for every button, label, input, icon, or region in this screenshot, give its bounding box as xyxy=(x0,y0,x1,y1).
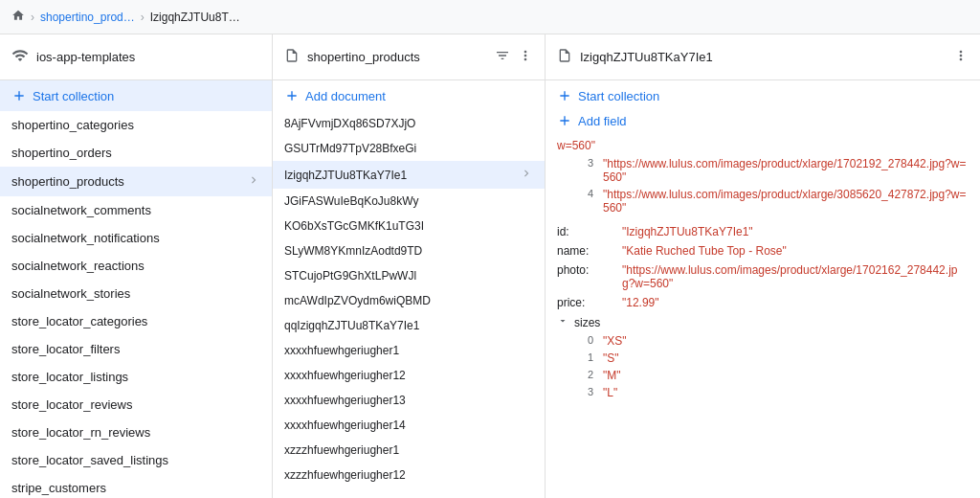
middle-panel-title-text: shopertino_products xyxy=(307,50,420,64)
field-key-price: price: xyxy=(557,296,614,309)
field-panel: w=560" 3 "https://www.lulus.com/images/p… xyxy=(546,132,980,498)
list-item[interactable]: socialnetwork_reactions xyxy=(0,252,272,280)
doc-item[interactable]: STCujoPtG9GhXtLPwWJl xyxy=(273,263,545,288)
list-item[interactable]: socialnetwork_notifications xyxy=(0,224,272,252)
left-panel: ios-app-templates Start collection shope… xyxy=(0,34,273,498)
add-document-button[interactable]: Add document xyxy=(273,80,545,111)
field-key-id: id: xyxy=(557,225,614,238)
doc-item[interactable]: KO6bXsTGcGMKfK1uTG3I xyxy=(273,214,545,238)
field-value-photo: "https://www.lulus.com/images/product/xl… xyxy=(622,263,969,290)
size-value-0: "XS" xyxy=(603,334,627,348)
breadcrumb-shopertino[interactable]: shopertino_prod… xyxy=(40,11,135,24)
size-index-2: 2 xyxy=(576,369,593,380)
doc-item[interactable]: xxxxhfuewhgeriugher13 xyxy=(273,388,545,413)
array-value-3: "https://www.lulus.com/images/product/xl… xyxy=(603,157,969,184)
list-item[interactable]: store_locator_saved_listings xyxy=(0,446,272,474)
field-value-name: "Katie Ruched Tube Top - Rose" xyxy=(622,244,787,258)
doc-item[interactable]: GSUTrMd97TpV28BfxeGi xyxy=(273,136,545,161)
w560-value: w=560" xyxy=(557,139,595,152)
doc-item[interactable]: SLyWM8YKmnIzAodtd9TD xyxy=(273,238,545,263)
array-item-3: 3 "https://www.lulus.com/images/product/… xyxy=(546,155,980,186)
list-item-store-locator-reviews[interactable]: store_locator_reviews xyxy=(0,391,272,419)
middle-panel-header: shopertino_products xyxy=(273,34,545,80)
doc-item[interactable]: xzzzhfuewhgeriugher1 xyxy=(273,438,545,463)
chevron-right-icon xyxy=(247,173,260,190)
document-icon xyxy=(284,48,300,66)
breadcrumb-bar: › shopertino_prod… › IzigqhZJTUu8T… xyxy=(0,0,980,34)
size-item-3: 3 "L" xyxy=(546,384,980,401)
array-index-3: 3 xyxy=(576,157,593,169)
array-index-4: 4 xyxy=(576,188,593,199)
list-item[interactable]: store_locator_rn_reviews xyxy=(0,419,272,446)
list-item[interactable]: store_locator_categories xyxy=(0,307,272,335)
size-item-0: 0 "XS" xyxy=(546,332,980,350)
field-row-id: id: "IzigqhZJTUu8TKaY7Ie1" xyxy=(546,222,980,241)
right-panel-header: IzigqhZJTUu8TKaY7Ie1 xyxy=(546,34,980,80)
doc-item[interactable]: qqIzigqhZJTUu8TKaY7Ie1 xyxy=(273,313,545,338)
left-panel-title-text: ios-app-templates xyxy=(36,50,135,64)
field-key-name: name: xyxy=(557,244,614,258)
list-item[interactable]: shopertino_orders xyxy=(0,139,272,167)
left-panel-title: ios-app-templates xyxy=(11,47,135,67)
doc-item[interactable]: xxxxhfuewhgeriugher14 xyxy=(273,413,545,438)
start-collection-button[interactable]: Start collection xyxy=(0,80,272,111)
field-row-price: price: "12.99" xyxy=(546,293,980,312)
right-panel-more xyxy=(953,48,969,66)
collapse-icon[interactable] xyxy=(557,315,568,329)
size-value-3: "L" xyxy=(603,386,617,399)
list-item[interactable]: socialnetwork_stories xyxy=(0,280,272,307)
right-start-collection-button[interactable]: Start collection xyxy=(546,80,980,111)
middle-panel-icons xyxy=(495,48,533,66)
field-value-price: "12.99" xyxy=(622,296,659,309)
size-index-1: 1 xyxy=(576,351,593,363)
list-item-shopertino-products[interactable]: shopertino_products xyxy=(0,167,272,196)
middle-panel: shopertino_products Add document 8AjFVvm… xyxy=(273,34,546,498)
middle-panel-title: shopertino_products xyxy=(284,48,420,66)
collection-icon xyxy=(11,47,29,67)
doc-item-selected[interactable]: IzigqhZJTUu8TKaY7Ie1 xyxy=(273,161,545,189)
chevron-right-icon xyxy=(520,167,533,183)
field-row-photo: photo: "https://www.lulus.com/images/pro… xyxy=(546,260,980,293)
right-more-icon[interactable] xyxy=(953,48,969,66)
home-icon[interactable] xyxy=(11,9,25,25)
doc-item[interactable]: JGiFASWuIeBqKoJu8kWy xyxy=(273,189,545,214)
breadcrumb-sep-2: › xyxy=(141,11,145,24)
doc-item[interactable]: xxxxhfuewhgeriugher1 xyxy=(273,338,545,363)
list-item[interactable]: shopertino_categories xyxy=(0,111,272,139)
breadcrumb-sep-1: › xyxy=(31,11,34,24)
doc-item[interactable]: 8AjFVvmjDXq86SD7XJjO xyxy=(273,111,545,136)
size-index-3: 3 xyxy=(576,386,593,397)
sizes-section-header: sizes xyxy=(546,312,980,332)
list-item[interactable]: stripe_customers xyxy=(0,474,272,498)
array-value-4: "https://www.lulus.com/images/product/xl… xyxy=(603,188,969,215)
main-layout: ios-app-templates Start collection shope… xyxy=(0,34,980,498)
list-item[interactable]: store_locator_filters xyxy=(0,335,272,363)
list-item[interactable]: store_locator_listings xyxy=(0,363,272,391)
more-icon[interactable] xyxy=(518,48,533,66)
right-panel: IzigqhZJTUu8TKaY7Ie1 Start collection Ad… xyxy=(546,34,980,498)
size-value-2: "M" xyxy=(603,369,621,382)
breadcrumb-current: IzigqhZJTUu8T… xyxy=(150,11,240,24)
list-item[interactable]: socialnetwork_comments xyxy=(0,196,272,224)
middle-panel-list: 8AjFVvmjDXq86SD7XJjO GSUTrMd97TpV28BfxeG… xyxy=(273,111,545,498)
right-panel-title-text: IzigqhZJTUu8TKaY7Ie1 xyxy=(580,50,713,64)
size-index-0: 0 xyxy=(576,334,593,346)
left-panel-list: shopertino_categories shopertino_orders … xyxy=(0,111,272,498)
size-item-1: 1 "S" xyxy=(546,350,980,367)
size-value-1: "S" xyxy=(603,351,619,365)
field-row-name: name: "Katie Ruched Tube Top - Rose" xyxy=(546,241,980,260)
doc-item[interactable]: xxxxhfuewhgeriugher12 xyxy=(273,363,545,388)
left-panel-header: ios-app-templates xyxy=(0,34,272,80)
sizes-label: sizes xyxy=(574,316,600,329)
array-item-4: 4 "https://www.lulus.com/images/product/… xyxy=(546,186,980,216)
doc-item[interactable]: mcAWdIpZVOydm6wiQBMD xyxy=(273,288,545,313)
right-panel-title: IzigqhZJTUu8TKaY7Ie1 xyxy=(557,48,713,66)
size-item-2: 2 "M" xyxy=(546,367,980,384)
filter-icon[interactable] xyxy=(495,48,510,66)
add-field-button[interactable]: Add field xyxy=(546,111,980,132)
doc-item[interactable]: xzzzhfuewhgeriugher12 xyxy=(273,463,545,487)
right-doc-icon xyxy=(557,48,572,66)
field-key-photo: photo: xyxy=(557,263,614,277)
field-row-w560: w=560" xyxy=(546,136,980,155)
field-value-id: "IzigqhZJTUu8TKaY7Ie1" xyxy=(622,225,753,238)
